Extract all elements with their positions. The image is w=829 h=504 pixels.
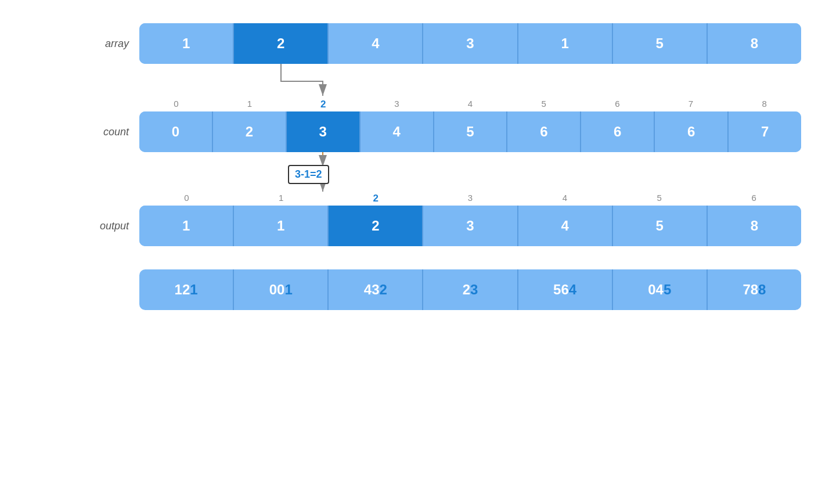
count-row: count 023456667 xyxy=(93,111,801,152)
arrow-array-count xyxy=(139,64,801,99)
output-cell-6: 8 xyxy=(708,206,801,246)
output-cell-2: 2 xyxy=(329,206,423,246)
count-cell-3: 4 xyxy=(361,111,434,152)
count-index-7: 7 xyxy=(654,99,728,110)
output-cell-4: 4 xyxy=(518,206,613,246)
array-cell-1: 2 xyxy=(234,23,329,64)
output-index-4: 4 xyxy=(517,193,612,204)
bottom-cell-4: 564 xyxy=(518,269,613,310)
array-cell-5: 5 xyxy=(613,23,708,64)
array-cell-4: 1 xyxy=(518,23,613,64)
count-index-4: 4 xyxy=(434,99,507,110)
count-index-wrapper: 012345678 xyxy=(139,99,801,110)
count-cell-7: 6 xyxy=(655,111,729,152)
bottom-cell-1: 001 xyxy=(234,269,329,310)
array-cell-2: 4 xyxy=(329,23,423,64)
output-cell-5: 5 xyxy=(613,206,708,246)
array-cell-3: 3 xyxy=(423,23,518,64)
count-cell-6: 6 xyxy=(581,111,655,152)
count-cell-8: 7 xyxy=(729,111,801,152)
output-index-0: 0 xyxy=(139,193,234,204)
output-index-row: 0123456 xyxy=(139,193,801,204)
count-label: count xyxy=(93,126,139,138)
array-cell-0: 1 xyxy=(139,23,234,64)
spacer xyxy=(93,246,801,258)
array-row: array 1243158 xyxy=(93,23,801,64)
count-cell-4: 5 xyxy=(434,111,508,152)
output-label: output xyxy=(93,220,139,232)
bottom-cell-0: 121 xyxy=(139,269,234,310)
array-cell-6: 8 xyxy=(708,23,801,64)
count-index-3: 3 xyxy=(360,99,434,110)
count-cell-5: 6 xyxy=(507,111,581,152)
arrow-count-formula xyxy=(139,152,801,193)
output-index-6: 6 xyxy=(707,193,801,204)
count-cell-2: 3 xyxy=(287,111,361,152)
output-index-5: 5 xyxy=(612,193,707,204)
output-bar: 1123458 xyxy=(139,206,801,246)
output-index-1: 1 xyxy=(234,193,329,204)
bottom-wrapper: 12100143223564045788 xyxy=(139,269,801,310)
formula-box: 3-1=2 xyxy=(288,165,329,184)
count-cell-0: 0 xyxy=(139,111,213,152)
bottom-cell-6: 788 xyxy=(708,269,801,310)
count-index-1: 1 xyxy=(213,99,287,110)
array-bar: 1243158 xyxy=(139,23,801,64)
output-index-2: 2 xyxy=(329,193,423,204)
count-index-row: 012345678 xyxy=(139,99,801,110)
formula-area: 3-1=2 xyxy=(139,152,801,193)
output-cell-1: 1 xyxy=(234,206,329,246)
array-label: array xyxy=(93,38,139,50)
output-cell-3: 3 xyxy=(423,206,518,246)
count-index-5: 5 xyxy=(507,99,581,110)
count-index-2: 2 xyxy=(286,99,360,110)
count-cell-1: 2 xyxy=(213,111,287,152)
output-row: output 1123458 xyxy=(93,206,801,246)
bottom-cell-3: 23 xyxy=(423,269,518,310)
diagram-container: array 1243158 012345678 count 0234566 xyxy=(93,23,801,310)
connector-array-count xyxy=(139,64,801,99)
output-cell-0: 1 xyxy=(139,206,234,246)
output-index-3: 3 xyxy=(423,193,518,204)
bottom-cell-5: 045 xyxy=(613,269,708,310)
count-index-0: 0 xyxy=(139,99,213,110)
count-index-8: 8 xyxy=(727,99,801,110)
bottom-bar: 12100143223564045788 xyxy=(139,269,801,310)
count-bar: 023456667 xyxy=(139,111,801,152)
formula-text: 3-1=2 xyxy=(295,168,322,180)
count-index-6: 6 xyxy=(581,99,654,110)
output-index-wrapper: 0123456 xyxy=(139,193,801,204)
bottom-cell-2: 432 xyxy=(329,269,423,310)
